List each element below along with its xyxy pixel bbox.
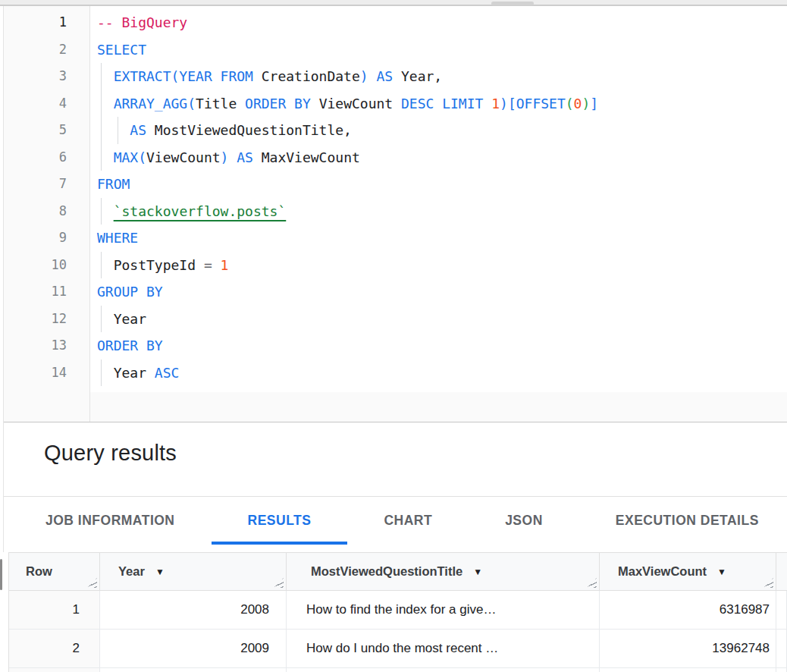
column-resize-handle-icon[interactable] [87,578,97,588]
sort-dropdown-icon[interactable]: ▼ [155,567,165,577]
tab-label: EXECUTION DETAILS [616,513,759,529]
results-tab-bar: JOB INFORMATIONRESULTSCHARTJSONEXECUTION… [4,497,787,552]
table-row-partial [9,668,787,672]
tab-chart[interactable]: CHART [347,497,469,552]
cell[interactable]: How to find the index for a give… [287,591,600,630]
line-number-3: 3 [4,63,89,90]
code-line-14[interactable]: Year ASC [97,360,787,387]
code-line-4[interactable]: ARRAY_AGG(Title ORDER BY ViewCount DESC … [97,90,787,118]
bigquery-console: 1234567891011121314 -- BigQuerySELECT EX… [0,0,787,672]
active-tab-underline [212,542,348,545]
sql-editor[interactable]: 1234567891011121314 -- BigQuerySELECT EX… [4,6,787,422]
indent-guide [101,198,102,225]
cell[interactable]: 2008 [100,591,287,630]
tab-label: CHART [384,513,432,529]
code-line-3[interactable]: EXTRACT(YEAR FROM CreationDate) AS Year, [97,63,787,90]
query-results-header: Query results [4,422,787,496]
cell[interactable]: How do I undo the most recent … [287,630,600,668]
cell [600,668,776,672]
table-body: 12008How to find the index for a give…63… [9,591,787,672]
column-label: MostViewedQuestionTitle [311,564,462,579]
line-number-11: 11 [4,278,89,306]
indent-guide [101,63,102,90]
line-number-8: 8 [4,198,89,225]
column-header-year[interactable]: Year▼ [100,553,287,590]
cell-filler [776,630,787,668]
code-area[interactable]: -- BigQuerySELECT EXTRACT(YEAR FROM Crea… [90,6,787,392]
column-header-maxviewcount[interactable]: MaxViewCount▼ [600,553,776,590]
tab-execution-details[interactable]: EXECUTION DETAILS [579,497,787,552]
indent-guide [101,360,102,387]
cell[interactable]: 6316987 [600,591,776,630]
cell [100,668,287,672]
tab-label: RESULTS [248,513,312,529]
sort-dropdown-icon[interactable]: ▼ [717,567,726,577]
column-resize-handle-icon[interactable] [763,578,773,588]
gutter: 1234567891011121314 [4,6,89,386]
code-line-13[interactable]: ORDER BY [97,332,787,360]
column-header-row[interactable]: Row [9,553,100,590]
sort-dropdown-icon[interactable]: ▼ [473,567,482,577]
code-line-2[interactable]: SELECT [97,36,787,64]
indent-guide [101,252,102,279]
cell[interactable]: 13962748 [600,630,776,668]
indent-guide [101,90,102,118]
code-line-8[interactable]: `stackoverflow.posts` [97,198,787,225]
line-number-14: 14 [4,360,89,387]
line-number-9: 9 [4,225,89,252]
tab-label: JSON [505,513,543,529]
indent-guide [118,117,118,144]
tab-results[interactable]: RESULTS [212,497,348,552]
line-number-10: 10 [4,252,89,279]
code-line-6[interactable]: MAX(ViewCount) AS MaxViewCount [97,144,787,171]
horizontal-scrollbar[interactable] [0,0,787,6]
line-number-4: 4 [4,90,89,118]
cell-filler [776,591,787,630]
code-line-9[interactable]: WHERE [97,225,787,252]
cell[interactable]: 2 [9,630,100,668]
tab-json[interactable]: JSON [469,497,579,552]
horizontal-scrollbar-thumb[interactable] [491,2,534,5]
code-line-7[interactable]: FROM [97,171,787,198]
code-line-12[interactable]: Year [97,306,787,333]
column-header-mostviewedquestiontitle[interactable]: MostViewedQuestionTitle▼ [287,553,600,590]
column-resize-handle-icon[interactable] [587,578,597,588]
code-line-5[interactable]: AS MostViewedQuestionTitle, [97,117,787,144]
table-row-2[interactable]: 22009How do I undo the most recent …1396… [9,630,787,668]
column-label: MaxViewCount [618,564,707,579]
cell [287,668,600,672]
line-number-13: 13 [4,332,89,360]
code-line-1[interactable]: -- BigQuery [97,9,787,36]
vertical-scrollbar-thumb[interactable] [0,559,2,590]
line-number-7: 7 [4,171,89,198]
column-resize-handle-icon[interactable] [274,578,284,588]
column-label: Year [118,564,145,579]
page-title: Query results [44,441,177,466]
cell [9,668,100,672]
table-header-row: RowYear▼MostViewedQuestionTitle▼MaxViewC… [9,553,787,591]
column-header-filler [776,553,787,590]
tab-job-information[interactable]: JOB INFORMATION [9,497,212,552]
cell[interactable]: 2009 [100,630,287,668]
line-number-6: 6 [4,144,89,171]
cell [776,668,787,672]
results-table: RowYear▼MostViewedQuestionTitle▼MaxViewC… [8,552,787,672]
cell[interactable]: 1 [9,591,100,630]
indent-guide [101,117,102,144]
indent-guide [101,144,102,171]
table-row-1[interactable]: 12008How to find the index for a give…63… [9,591,787,630]
code-line-11[interactable]: GROUP BY [97,278,787,306]
line-number-1: 1 [4,9,89,36]
column-label: Row [26,564,52,579]
tab-label: JOB INFORMATION [45,513,175,529]
line-number-5: 5 [4,117,89,144]
line-number-12: 12 [4,306,89,333]
indent-guide [101,306,102,333]
line-number-2: 2 [4,36,89,64]
code-line-10[interactable]: PostTypeId = 1 [97,252,787,279]
